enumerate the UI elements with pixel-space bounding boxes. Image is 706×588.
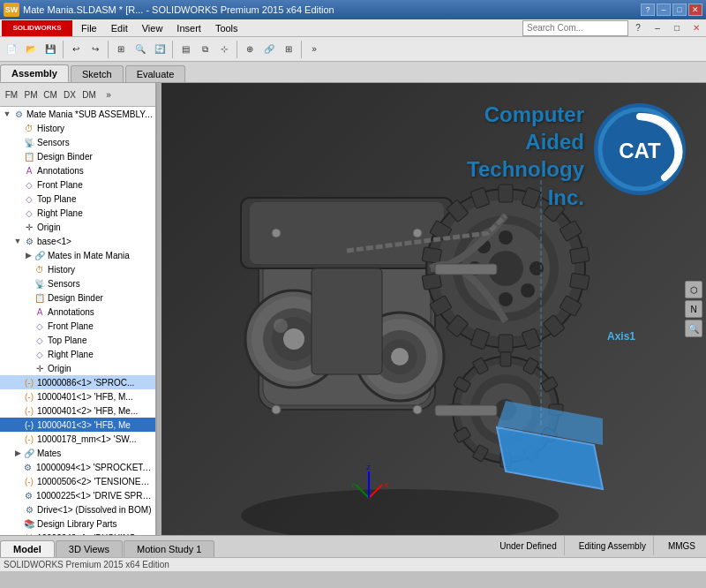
zoom-in-btn[interactable]: 🔍 <box>131 40 150 59</box>
view-options-btn[interactable]: ▤ <box>176 40 195 59</box>
warning-icon-506-2: (-) <box>23 475 35 487</box>
tab-evaluate[interactable]: Evaluate <box>125 65 186 82</box>
view-zoom-btn[interactable]: 🔍 <box>685 320 702 337</box>
tree-item-drive[interactable]: ⚙ Drive<1> (Dissolved in BOM) <box>0 502 155 516</box>
tree-item-annotations-2[interactable]: A Annotations <box>0 305 155 319</box>
version-text: SOLIDWORKS Premium 2015 x64 Edition <box>4 560 169 569</box>
assembly-icon: ⚙ <box>12 108 25 120</box>
sw-logo-small: SW <box>4 3 19 17</box>
part-225-icon: ⚙ <box>22 489 34 501</box>
status-units: MMGS <box>661 536 702 555</box>
pattern-btn[interactable]: ⊞ <box>279 40 298 59</box>
tree-item-right-plane-1[interactable]: ◇ Right Plane <box>0 206 155 220</box>
tree-item-part-506-2[interactable]: (-) 10000506<2> 'TENSIONER... <box>0 474 155 488</box>
tab-3d-views[interactable]: 3D Views <box>56 540 123 557</box>
front-plane-label-1: Front Plane <box>37 180 83 190</box>
help-icon[interactable]: ? <box>628 19 648 38</box>
tree-item-binder-1[interactable]: 📋 Design Binder <box>0 149 155 163</box>
tree-item-history-1[interactable]: ⏱ History <box>0 121 155 135</box>
tree-item-base[interactable]: ▼ ⚙ base<1> <box>0 234 155 248</box>
add-component-btn[interactable]: ⊕ <box>240 40 259 59</box>
tree-item-part-178[interactable]: (-) 10000178_mm<1> 'SW... <box>0 432 155 446</box>
tree-item-mates[interactable]: ▶ 🔗 Mates <box>0 446 155 460</box>
company-name: Computer Aided Technology Inc. <box>459 101 584 211</box>
right-plane-label-1: Right Plane <box>37 208 83 218</box>
new-btn[interactable]: 📄 <box>2 40 21 59</box>
svg-text:CAT: CAT <box>619 139 661 162</box>
config-manager-btn[interactable]: CM <box>41 85 60 104</box>
tree-item-part-86[interactable]: (-) 10000086<1> 'SPROC... <box>0 375 155 389</box>
display-manager-btn[interactable]: DM <box>79 85 99 104</box>
tree-item-top-plane-1[interactable]: ◇ Top Plane <box>0 192 155 206</box>
viewport[interactable]: Computer Aided Technology Inc. <box>161 83 706 535</box>
bottom-tabs: Model 3D Views Motion Study 1 <box>0 536 489 557</box>
svg-line-74 <box>356 485 369 498</box>
restore-icon[interactable]: □ <box>667 19 687 38</box>
view-cube-btn[interactable]: ⬡ <box>685 281 702 298</box>
menu-edit[interactable]: Edit <box>104 19 135 36</box>
minimize-btn[interactable]: – <box>657 4 671 16</box>
binder-icon-2: 📋 <box>34 291 46 304</box>
mates-in-expand[interactable]: ▶ <box>23 250 34 260</box>
tree-item-origin-2[interactable]: ✛ Origin <box>0 361 155 375</box>
feature-manager-btn[interactable]: FM <box>2 85 21 104</box>
svg-point-41 <box>499 292 513 306</box>
redo-btn[interactable]: ↪ <box>86 40 105 59</box>
tab-assembly[interactable]: Assembly <box>0 64 69 82</box>
tree-item-part-94[interactable]: ⚙ 10000094<1> 'SPROCKET, 45... <box>0 460 155 474</box>
tree-item-front-plane-2[interactable]: ◇ Front Plane <box>0 319 155 333</box>
tab-sketch[interactable]: Sketch <box>71 65 124 82</box>
part-86-label: 10000086<1> 'SPROC... <box>37 378 134 388</box>
tree-item-design-lib[interactable]: 📚 Design Library Parts <box>0 516 155 531</box>
close-icon[interactable]: ✕ <box>687 19 706 38</box>
base-expand[interactable]: ▼ <box>12 236 23 246</box>
svg-rect-27 <box>499 335 513 352</box>
tree-item-origin-1[interactable]: ✛ Origin <box>0 220 155 234</box>
tree-item-part-401-2[interactable]: (-) 10000401<2> 'HFB, Me... <box>0 403 155 418</box>
view-normal-btn[interactable]: N <box>685 300 702 318</box>
explode-btn[interactable]: ⊹ <box>214 40 234 59</box>
zoom-fit-btn[interactable]: ⊞ <box>111 40 131 59</box>
root-label: Mate Mania *SUB ASSEMBLY, LH RE... <box>26 109 154 119</box>
tree-item-history-2[interactable]: ⏱ History <box>0 262 155 276</box>
section-btn[interactable]: ⧉ <box>195 40 214 59</box>
tree-item-binder-2[interactable]: 📋 Design Binder <box>0 290 155 305</box>
more-btn[interactable]: » <box>304 40 324 59</box>
menu-view[interactable]: View <box>135 19 170 36</box>
menu-insert[interactable]: Insert <box>169 19 208 36</box>
root-expand[interactable]: ▼ <box>2 109 12 119</box>
tree-item-sensors-2[interactable]: 📡 Sensors <box>0 276 155 290</box>
tree-item-part-401-1[interactable]: (-) 10000401<1> 'HFB, M... <box>0 389 155 403</box>
tree-item-part-225[interactable]: ⚙ 10000225<1> 'DRIVE SPROC... <box>0 488 155 502</box>
undo-btn[interactable]: ↩ <box>66 40 86 59</box>
tree-item-top-plane-2[interactable]: ◇ Top Plane <box>0 333 155 347</box>
tree-root[interactable]: ▼ ⚙ Mate Mania *SUB ASSEMBLY, LH RE... <box>0 107 155 121</box>
tree-item-mates-in[interactable]: ▶ 🔗 Mates in Mate Mania <box>0 248 155 262</box>
binder-label-1: Design Binder <box>37 152 93 162</box>
menu-tools[interactable]: Tools <box>208 19 245 36</box>
menu-file[interactable]: File <box>74 19 104 36</box>
front-plane-label-2: Front Plane <box>48 321 94 331</box>
property-manager-btn[interactable]: PM <box>21 85 41 104</box>
tree-item-annotations-1[interactable]: A Annotations <box>0 163 155 177</box>
rotate-btn[interactable]: 🔄 <box>150 40 169 59</box>
dim-xpert-btn[interactable]: DX <box>60 85 79 104</box>
warning-icon-86: (-) <box>23 376 35 388</box>
save-btn[interactable]: 💾 <box>41 40 60 59</box>
tab-motion-study[interactable]: Motion Study 1 <box>124 540 214 557</box>
svg-point-43 <box>521 283 535 298</box>
open-btn[interactable]: 📂 <box>21 40 41 59</box>
tab-model[interactable]: Model <box>0 540 55 557</box>
help-btn[interactable]: ? <box>641 4 655 16</box>
tree-item-part-401-3[interactable]: (-) 10000401<3> 'HFB, Me <box>0 418 155 432</box>
mate-btn[interactable]: 🔗 <box>259 40 279 59</box>
panel-more-btn[interactable]: » <box>99 85 118 104</box>
tree-item-right-plane-2[interactable]: ◇ Right Plane <box>0 347 155 361</box>
maximize-btn[interactable]: □ <box>672 4 687 16</box>
close-btn[interactable]: ✕ <box>688 4 702 16</box>
tree-item-sensors-1[interactable]: 📡 Sensors <box>0 135 155 149</box>
feature-tabs: Assembly Sketch Evaluate <box>0 62 706 83</box>
search-input[interactable] <box>522 20 628 36</box>
tree-item-front-plane-1[interactable]: ◇ Front Plane <box>0 177 155 192</box>
minimize-icon[interactable]: – <box>648 19 667 38</box>
